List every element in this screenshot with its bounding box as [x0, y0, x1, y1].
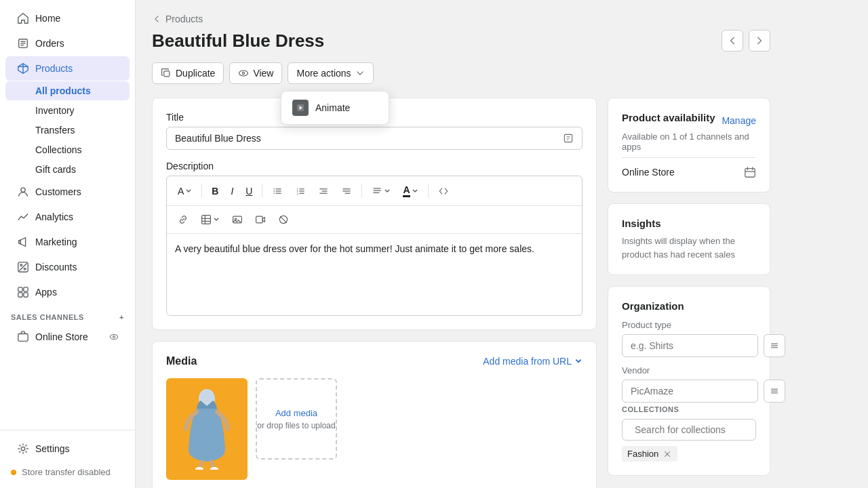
svg-point-21 [239, 70, 248, 76]
store-transfer-item[interactable]: Store transfer disabled [0, 462, 135, 483]
availability-header: Product availability Manage [622, 112, 756, 129]
rte-divider-2 [262, 184, 262, 198]
nav-back-button[interactable] [722, 30, 743, 52]
nav-forward-button[interactable] [749, 30, 770, 52]
sidebar-item-marketing-label: Marketing [35, 237, 77, 247]
sidebar-sub-all-products[interactable]: All products [5, 81, 130, 100]
sidebar-item-customers[interactable]: Customers [5, 180, 130, 204]
rte-table-btn[interactable] [195, 211, 225, 228]
drop-files-label: or drop files to upload [257, 421, 335, 430]
sidebar-sub-transfers[interactable]: Transfers [5, 121, 130, 140]
rte-link-btn[interactable] [172, 211, 194, 228]
products-icon [16, 62, 30, 75]
add-media-dropdown-icon [574, 357, 583, 365]
sidebar-sub-inventory[interactable]: Inventory [5, 101, 130, 120]
rte-source-btn[interactable] [433, 183, 454, 199]
online-store-icon [16, 330, 30, 344]
svg-rect-55 [256, 216, 263, 223]
rte-list-unordered-btn[interactable] [267, 183, 288, 199]
sidebar-sub-gift-cards[interactable]: Gift cards [5, 160, 130, 179]
duplicate-button[interactable]: Duplicate [152, 62, 224, 84]
availability-subtitle: Available on 1 of 1 channels and apps [622, 131, 756, 152]
rte-block-btn[interactable] [273, 211, 294, 228]
sidebar-item-analytics-label: Analytics [35, 211, 73, 222]
media-grid: Add media or drop files to upload [166, 378, 583, 480]
sidebar-item-online-store[interactable]: Online Store [5, 325, 130, 349]
rte-video-btn[interactable] [250, 211, 271, 228]
rte-text-btn[interactable]: A [172, 183, 197, 199]
view-button[interactable]: View [229, 62, 282, 84]
rte-text-dropdown-icon [185, 188, 192, 195]
svg-line-57 [280, 216, 287, 223]
sidebar-item-analytics[interactable]: Analytics [5, 205, 130, 229]
organization-card: Organization Product type [608, 286, 770, 476]
collections-search-input[interactable] [635, 424, 753, 435]
sidebar-item-home[interactable]: Home [5, 6, 130, 30]
customers-icon [16, 185, 30, 199]
svg-point-31 [274, 188, 275, 190]
sidebar-item-orders[interactable]: Orders [5, 31, 130, 56]
rte-toolbar-1: A B I U [167, 176, 582, 206]
breadcrumb[interactable]: Products [152, 14, 770, 24]
page-nav [722, 30, 770, 52]
product-type-input[interactable] [622, 334, 758, 357]
collection-tag-remove-btn[interactable] [663, 449, 672, 459]
svg-rect-13 [24, 287, 28, 291]
product-type-label: Product type [622, 320, 756, 330]
sidebar-item-settings[interactable]: Settings [5, 436, 130, 461]
sidebar-item-marketing[interactable]: Marketing [5, 230, 130, 254]
rte-color-btn[interactable]: A [397, 182, 423, 200]
media-title: Media [166, 355, 197, 367]
sidebar-bottom: Settings Store transfer disabled [0, 430, 135, 488]
rte-bold-btn[interactable]: B [206, 183, 224, 199]
media-upload-area[interactable]: Add media or drop files to upload [256, 378, 337, 460]
more-actions-dropdown: Animate [281, 91, 389, 125]
organization-title: Organization [622, 300, 756, 312]
collections-search-container[interactable] [622, 419, 756, 441]
rte-indent-btn[interactable] [313, 183, 334, 199]
sidebar-item-apps[interactable]: Apps [5, 280, 130, 304]
media-item-0[interactable] [166, 378, 248, 480]
content-row: Title Beautiful Blue Dress Description [152, 98, 770, 488]
chevron-left-icon [152, 14, 161, 24]
vendor-input[interactable] [622, 380, 758, 403]
rte-image-btn[interactable] [226, 211, 248, 228]
rte-outdent-btn[interactable] [336, 183, 357, 199]
sidebar-item-customers-label: Customers [35, 186, 81, 197]
collection-tag-label: Fashion [627, 449, 658, 459]
svg-point-62 [210, 467, 218, 470]
add-media-label: Add media [275, 408, 317, 418]
svg-rect-49 [202, 216, 211, 224]
analytics-icon [16, 210, 30, 224]
add-media-url-button[interactable]: Add media from URL [483, 356, 583, 367]
vendor-toggle-btn[interactable] [764, 380, 785, 403]
more-actions-button[interactable]: More actions [288, 62, 373, 84]
description-content[interactable]: A very beautiful blue dress over for the… [167, 234, 582, 315]
title-expand-icon [563, 133, 574, 144]
chevron-down-icon [355, 68, 365, 78]
product-type-toggle-btn[interactable] [764, 334, 785, 357]
calendar-icon[interactable] [744, 166, 756, 178]
sales-channels-label: SALES CHANNELS + [0, 305, 135, 324]
insights-description: Insights will display when the product h… [622, 235, 756, 261]
sidebar-item-products[interactable]: Products [5, 56, 130, 81]
product-type-row [622, 334, 756, 357]
rte-divider-3 [361, 184, 362, 198]
add-sales-channel-icon[interactable]: + [119, 313, 124, 321]
sidebar-sub-collections[interactable]: Collections [5, 140, 130, 159]
svg-point-33 [274, 192, 275, 194]
rte-italic-btn[interactable]: I [225, 183, 239, 199]
manage-link[interactable]: Manage [722, 115, 756, 126]
sidebar-item-discounts[interactable]: Discounts [5, 255, 130, 279]
svg-text:3: 3 [297, 192, 299, 195]
title-input[interactable]: Beautiful Blue Dress [166, 127, 583, 150]
rte-underline-btn[interactable]: U [240, 183, 258, 199]
sidebar-item-orders-label: Orders [35, 38, 64, 49]
animate-option[interactable]: Animate [284, 94, 386, 121]
rte-list-ordered-btn[interactable]: 123 [290, 183, 311, 199]
rte-align-btn[interactable] [366, 183, 396, 199]
home-icon [16, 12, 30, 25]
collection-tag-fashion: Fashion [622, 446, 677, 462]
page-title-row: Beautiful Blue Dress [152, 30, 770, 52]
apps-icon [16, 285, 30, 299]
